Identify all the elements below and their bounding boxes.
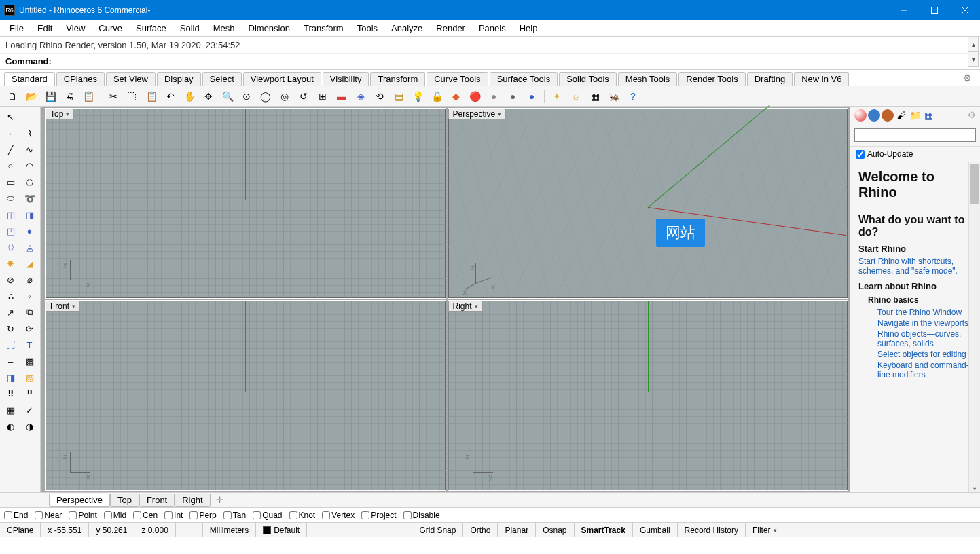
- save-icon[interactable]: 💾: [42, 88, 58, 105]
- render-icon[interactable]: ◆: [448, 88, 464, 105]
- osnap-disable[interactable]: Disable: [403, 511, 440, 520]
- grasshopper-icon[interactable]: 🦗: [606, 88, 622, 105]
- pan-icon[interactable]: ✋: [181, 88, 198, 105]
- join-icon[interactable]: ◢: [22, 256, 38, 271]
- spotlight-icon[interactable]: ✦: [549, 88, 565, 105]
- text-icon[interactable]: T: [22, 337, 38, 352]
- group-icon[interactable]: ▦: [3, 403, 19, 418]
- rotate-view-icon[interactable]: ✥: [200, 88, 217, 105]
- point-icon[interactable]: ·: [3, 126, 19, 141]
- chevron-down-icon[interactable]: ▾: [475, 303, 478, 310]
- chevron-down-icon[interactable]: ▾: [66, 111, 69, 117]
- render3-icon[interactable]: ◑: [22, 419, 38, 434]
- link-keyboard[interactable]: Keyboard and command-line modifiers: [877, 361, 972, 380]
- shade-all-icon[interactable]: ●: [505, 88, 521, 105]
- pointer-icon[interactable]: ↖: [3, 109, 19, 124]
- sun-icon[interactable]: ☼: [568, 88, 584, 105]
- command-line[interactable]: Command:: [0, 53, 980, 69]
- options-icon[interactable]: ⟲: [371, 88, 388, 105]
- auto-update-checkbox[interactable]: [856, 150, 865, 159]
- polyline-icon[interactable]: ⌇: [22, 126, 38, 141]
- start-rhino-link[interactable]: Start Rhino with shortcuts, schemes, and…: [858, 257, 972, 276]
- viewport-label-right[interactable]: Right▾: [448, 301, 483, 312]
- scrollbar-thumb[interactable]: [970, 164, 979, 204]
- tab-new-in-v6[interactable]: New in V6: [794, 72, 849, 86]
- tab-transform[interactable]: Transform: [370, 72, 425, 86]
- ellipse-icon[interactable]: ⬭: [3, 191, 19, 206]
- curve-icon[interactable]: ∿: [22, 142, 38, 157]
- viewport-right[interactable]: Right▾ z y: [448, 300, 849, 491]
- osnap-cen[interactable]: Cen: [133, 511, 158, 520]
- viewport-perspective[interactable]: Perspective▾ 网站 z y x: [448, 108, 849, 299]
- viewport-label-front[interactable]: Front▾: [46, 301, 80, 312]
- blend-icon[interactable]: ◨: [3, 370, 19, 385]
- library-tab-icon[interactable]: 📁: [909, 109, 921, 122]
- zoom-icon[interactable]: 🔍: [219, 88, 236, 105]
- tab-cplanes[interactable]: CPlanes: [56, 72, 105, 86]
- layers-tab-icon[interactable]: [868, 109, 880, 122]
- osnap-knot[interactable]: Knot: [289, 511, 316, 520]
- scale-icon[interactable]: ⛶: [3, 337, 19, 352]
- paste-icon[interactable]: 📋: [143, 88, 160, 105]
- status-filter[interactable]: Filter▾: [746, 523, 784, 537]
- print-icon[interactable]: 🖨: [61, 88, 77, 105]
- osnap-end[interactable]: End: [4, 511, 28, 520]
- menu-panels[interactable]: Panels: [472, 22, 513, 35]
- new-icon[interactable]: 🗋: [4, 88, 20, 105]
- maximize-button[interactable]: [919, 0, 949, 20]
- line-icon[interactable]: ╱: [3, 142, 19, 157]
- menu-edit[interactable]: Edit: [31, 22, 59, 35]
- cut-icon[interactable]: ✂: [105, 88, 122, 105]
- vtab-right[interactable]: Right: [175, 494, 210, 507]
- help-panel[interactable]: Welcome to Rhino What do you want to do?…: [850, 162, 980, 492]
- chevron-down-icon[interactable]: ▾: [774, 527, 777, 534]
- environment-icon[interactable]: ▦: [587, 88, 603, 105]
- tab-drafting[interactable]: Drafting: [747, 72, 793, 86]
- layers-icon[interactable]: ▤: [391, 88, 407, 105]
- split-icon[interactable]: ⌀: [22, 272, 38, 287]
- shade-icon[interactable]: ●: [486, 88, 502, 105]
- scroll-down-icon[interactable]: ▾: [968, 52, 979, 67]
- vtab-perspective[interactable]: Perspective: [49, 494, 110, 507]
- viewport-label-top[interactable]: Top▾: [46, 109, 74, 119]
- sphere-icon[interactable]: ●: [22, 223, 38, 238]
- tab-set-view[interactable]: Set View: [106, 72, 156, 86]
- fillet-icon[interactable]: ▨: [22, 370, 38, 385]
- osnap-int[interactable]: Int: [164, 511, 183, 520]
- scroll-down-icon[interactable]: ⌄: [969, 483, 980, 491]
- gear-icon[interactable]: ⚙: [968, 110, 976, 120]
- dim-icon[interactable]: –: [3, 354, 19, 369]
- osnap-perp[interactable]: Perp: [189, 511, 216, 520]
- link-select[interactable]: Select objects for editing: [877, 350, 972, 359]
- array2-icon[interactable]: ⠛: [22, 386, 38, 401]
- tab-standard[interactable]: Standard: [4, 72, 55, 86]
- named-cplane-icon[interactable]: ◈: [352, 88, 369, 105]
- menu-surface[interactable]: Surface: [129, 22, 173, 35]
- tab-viewport-layout[interactable]: Viewport Layout: [243, 72, 321, 86]
- pointsoff-icon[interactable]: ◦: [22, 289, 38, 303]
- link-objects[interactable]: Rhino objects—curves, surfaces, solids: [877, 329, 972, 348]
- menu-help[interactable]: Help: [513, 22, 545, 35]
- surface2-icon[interactable]: ◨: [22, 207, 38, 222]
- tab-mesh-tools[interactable]: Mesh Tools: [618, 72, 678, 86]
- viewport-area[interactable]: Top▾ y x Perspective▾ 网站 z y x: [41, 107, 850, 492]
- link-tour[interactable]: Tour the Rhino Window: [877, 308, 972, 317]
- status-cplane[interactable]: CPlane: [0, 523, 41, 537]
- properties-tab-icon[interactable]: [854, 109, 867, 122]
- tab-solid-tools[interactable]: Solid Tools: [559, 72, 617, 86]
- status-planar[interactable]: Planar: [498, 523, 536, 537]
- tab-display[interactable]: Display: [157, 72, 201, 86]
- minimize-button[interactable]: [888, 0, 919, 20]
- zoom-window-icon[interactable]: ◯: [257, 88, 274, 105]
- zoom-selected-icon[interactable]: ◎: [276, 88, 293, 105]
- help-scrollbar[interactable]: ⌄: [968, 162, 980, 492]
- help-icon[interactable]: ?: [625, 88, 641, 105]
- check-icon[interactable]: ✓: [22, 403, 38, 418]
- osnap-quad[interactable]: Quad: [253, 511, 282, 520]
- status-gridsnap[interactable]: Grid Snap: [412, 523, 463, 537]
- status-gumball[interactable]: Gumball: [633, 523, 678, 537]
- command-input[interactable]: [54, 56, 975, 67]
- copy-icon[interactable]: ⿻: [124, 88, 141, 105]
- move-icon[interactable]: ↗: [3, 305, 19, 320]
- osnap-tan[interactable]: Tan: [223, 511, 246, 520]
